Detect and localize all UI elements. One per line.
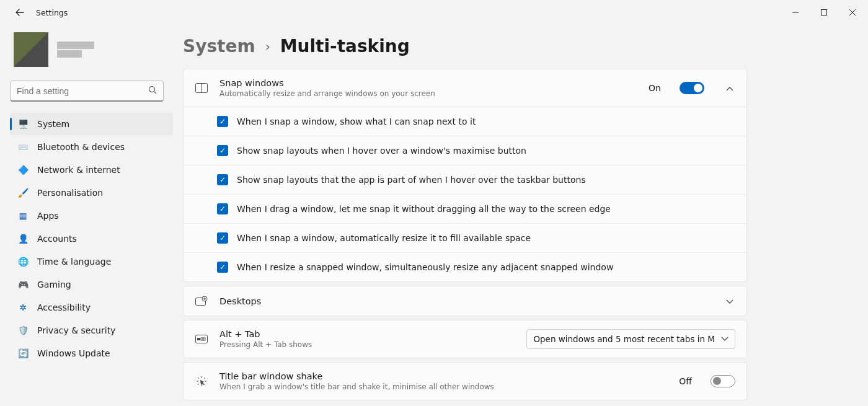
chevron-down-icon[interactable] xyxy=(724,295,735,307)
snap-option-label: When I snap a window, automatically resi… xyxy=(237,233,531,243)
snap-option-label: When I snap a window, show what I can sn… xyxy=(237,117,476,126)
chevron-up-icon[interactable] xyxy=(724,82,735,94)
alttab-select[interactable]: Open windows and 5 most recent tabs in M xyxy=(526,329,735,349)
checkbox[interactable]: ✓ xyxy=(217,174,228,185)
snap-toggle[interactable] xyxy=(680,82,704,94)
nav-list: 🖥️System ⌨️Bluetooth & devices 🔷Network … xyxy=(10,113,173,364)
close-button[interactable] xyxy=(838,2,867,22)
nav-item-privacy[interactable]: 🛡️Privacy & security xyxy=(10,319,173,342)
nav-label: Apps xyxy=(37,211,59,221)
snap-option-row[interactable]: ✓When I snap a window, automatically res… xyxy=(184,223,746,252)
bluetooth-icon: ⌨️ xyxy=(17,142,29,152)
nav-label: Time & language xyxy=(37,257,111,267)
main-content: System › Multi-tasking Snap windows Auto… xyxy=(183,25,868,406)
page-title: Multi-tasking xyxy=(280,36,410,56)
checkbox[interactable]: ✓ xyxy=(217,116,228,127)
alt-tab-icon xyxy=(195,335,208,343)
account-name xyxy=(57,42,94,58)
nav-label: Gaming xyxy=(37,280,71,289)
nav-item-apps[interactable]: ▦Apps xyxy=(10,205,173,227)
snap-option-label: When I drag a window, let me snap it wit… xyxy=(237,204,611,214)
close-icon xyxy=(849,9,856,15)
sidebar: 🖥️System ⌨️Bluetooth & devices 🔷Network … xyxy=(0,25,183,406)
checkbox[interactable]: ✓ xyxy=(217,203,228,214)
avatar xyxy=(14,32,48,67)
shake-title: Title bar window shake xyxy=(219,371,668,381)
svg-point-2 xyxy=(149,87,155,92)
nav-item-update[interactable]: 🔄Windows Update xyxy=(10,342,173,364)
person-icon: 👤 xyxy=(17,234,29,244)
checkbox[interactable]: ✓ xyxy=(217,145,228,156)
maximize-icon xyxy=(821,9,827,15)
svg-rect-11 xyxy=(197,338,200,340)
snap-option-row[interactable]: ✓Show snap layouts that the app is part … xyxy=(184,165,746,194)
nav-item-personalisation[interactable]: 🖌️Personalisation xyxy=(10,182,173,204)
account-block[interactable] xyxy=(14,32,173,67)
snap-state-label: On xyxy=(649,83,661,93)
arrow-left-icon xyxy=(15,7,25,17)
nav-label: Bluetooth & devices xyxy=(37,142,125,152)
nav-item-bluetooth[interactable]: ⌨️Bluetooth & devices xyxy=(10,136,173,158)
search-icon xyxy=(148,85,157,97)
wifi-icon: 🔷 xyxy=(17,165,29,175)
minimize-icon xyxy=(792,9,799,15)
chevron-down-icon xyxy=(721,337,728,342)
nav-label: Accounts xyxy=(37,234,77,244)
snap-option-row[interactable]: ✓When I snap a window, show what I can s… xyxy=(184,107,746,136)
alttab-title: Alt + Tab xyxy=(219,329,515,339)
svg-line-3 xyxy=(154,92,157,94)
svg-rect-12 xyxy=(201,338,203,340)
nav-item-gaming[interactable]: 🎮Gaming xyxy=(10,273,173,296)
snap-option-label: Show snap layouts that the app is part o… xyxy=(237,175,586,185)
sync-icon: 🔄 xyxy=(17,348,29,358)
search-box[interactable] xyxy=(10,81,164,102)
nav-label: Personalisation xyxy=(37,188,103,198)
brush-icon: 🖌️ xyxy=(17,188,29,198)
snap-option-row[interactable]: ✓Show snap layouts when I hover over a w… xyxy=(184,136,746,165)
snap-title: Snap windows xyxy=(219,78,637,88)
maximize-button[interactable] xyxy=(810,2,838,22)
back-button[interactable] xyxy=(12,5,27,20)
nav-item-system[interactable]: 🖥️System xyxy=(10,113,173,135)
alttab-selected: Open windows and 5 most recent tabs in M xyxy=(533,334,715,344)
snap-option-row[interactable]: ✓When I drag a window, let me snap it wi… xyxy=(184,194,746,223)
window-title: Settings xyxy=(36,8,68,17)
section-snap-windows: Snap windows Automatically resize and ar… xyxy=(183,69,747,282)
shake-toggle[interactable] xyxy=(711,375,735,387)
nav-item-time[interactable]: 🌐Time & language xyxy=(10,250,173,273)
titlebar: Settings xyxy=(0,0,868,25)
apps-icon: ▦ xyxy=(17,211,29,221)
checkbox[interactable]: ✓ xyxy=(217,262,228,273)
window-snap-icon xyxy=(195,83,208,93)
snap-windows-header[interactable]: Snap windows Automatically resize and ar… xyxy=(184,69,746,107)
nav-item-accounts[interactable]: 👤Accounts xyxy=(10,227,173,250)
shake-desc: When I grab a window's title bar and sha… xyxy=(219,382,668,391)
snap-desc: Automatically resize and arrange windows… xyxy=(219,89,637,98)
nav-label: System xyxy=(37,119,69,129)
section-desktops[interactable]: Desktops xyxy=(183,286,747,316)
display-icon: 🖥️ xyxy=(17,119,29,129)
minimize-button[interactable] xyxy=(781,2,810,22)
snap-options: ✓When I snap a window, show what I can s… xyxy=(184,107,746,281)
section-alt-tab: Alt + Tab Pressing Alt + Tab shows Open … xyxy=(183,320,747,358)
chevron-right-icon: › xyxy=(265,39,270,54)
alttab-desc: Pressing Alt + Tab shows xyxy=(219,340,515,349)
nav-label: Network & internet xyxy=(37,165,120,175)
shield-icon: 🛡️ xyxy=(17,325,29,335)
checkbox[interactable]: ✓ xyxy=(217,232,228,244)
nav-item-network[interactable]: 🔷Network & internet xyxy=(10,159,173,181)
desktops-icon xyxy=(195,296,208,306)
section-title-bar-shake: Title bar window shake When I grab a win… xyxy=(183,362,747,400)
snap-option-label: Show snap layouts when I hover over a wi… xyxy=(237,146,526,156)
accessibility-icon: ✲ xyxy=(17,302,29,312)
breadcrumb-root[interactable]: System xyxy=(183,36,255,56)
gamepad-icon: 🎮 xyxy=(17,280,29,289)
nav-label: Windows Update xyxy=(37,348,110,358)
snap-option-row[interactable]: ✓When I resize a snapped window, simulta… xyxy=(184,252,746,281)
nav-item-accessibility[interactable]: ✲Accessibility xyxy=(10,296,173,319)
snap-option-label: When I resize a snapped window, simultan… xyxy=(237,262,613,272)
search-input[interactable] xyxy=(17,86,148,96)
breadcrumb: System › Multi-tasking xyxy=(183,36,868,56)
svg-rect-13 xyxy=(203,338,205,340)
nav-label: Accessibility xyxy=(37,302,91,312)
